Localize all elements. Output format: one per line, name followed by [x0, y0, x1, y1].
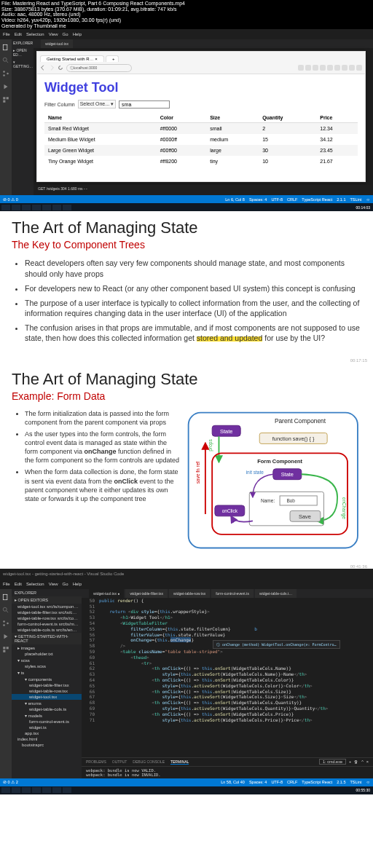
tree-item[interactable]: bootstraprc	[12, 742, 82, 748]
svg-text:Bob: Bob	[287, 498, 296, 503]
tree-item[interactable]: ▾ scss	[12, 657, 82, 663]
timestamp: 00:14:03	[356, 205, 372, 210]
svg-marker-38	[4, 634, 8, 639]
open-editor-item[interactable]: widget-table-filter.tsx src/ts/comp...	[12, 609, 82, 615]
timestamp: 00:55:30	[356, 788, 372, 792]
col-size[interactable]: Size	[206, 113, 259, 123]
tree-item[interactable]: placeholder.txt	[12, 651, 82, 657]
bullet: React developers often say very few comp…	[25, 258, 361, 278]
table-row: Medium Blue Widget#0000ffmedium1534.12	[44, 134, 358, 145]
address-bar[interactable]: ⓘ localhost:3000	[66, 64, 132, 72]
tree-item[interactable]: widget-table-filter.tsx	[12, 682, 82, 688]
svg-point-1	[3, 58, 7, 62]
widget-table: Name Color Size Quantity Price Small Red…	[44, 113, 358, 167]
debug-icon[interactable]	[2, 633, 9, 640]
debug-console-tab[interactable]: DEBUG CONSOLE	[133, 760, 165, 764]
svg-line-2	[7, 61, 9, 63]
start-button[interactable]	[1, 205, 10, 210]
editor-tab[interactable]: widget-table-filter.tsx	[125, 589, 168, 598]
reload-icon[interactable]	[58, 65, 63, 71]
menu-icon[interactable]	[356, 65, 362, 71]
browser-tab[interactable]: Getting Started with R… ×	[40, 55, 104, 62]
svg-text:save fn ref: save fn ref	[196, 461, 201, 484]
toolbar-icon[interactable]	[342, 65, 348, 71]
search-icon[interactable]	[2, 57, 9, 64]
open-editor-item[interactable]: widget-tool.tsx src/ts/components	[12, 604, 82, 609]
editor-tab[interactable]: widget-table-cols.t…	[255, 589, 297, 598]
extensions-icon[interactable]	[2, 646, 9, 653]
tree-item[interactable]: widget-table-cols.ts	[12, 706, 82, 712]
status-bar: ⊘ 0 ⚠ 2 Ln 58, Col 40Spaces: 4UTF-8CRLFT…	[0, 778, 373, 786]
tree-item[interactable]: widget.ts	[12, 725, 82, 730]
plus-icon[interactable]: +	[349, 760, 351, 764]
forward-icon[interactable]	[49, 65, 55, 71]
git-icon[interactable]	[2, 70, 9, 77]
editor-tab[interactable]: widget-tool.tsx ●	[89, 589, 124, 598]
close-icon[interactable]: ×	[366, 760, 369, 764]
code-editor[interactable]: 50public render() {5152 return <div styl…	[82, 598, 373, 757]
svg-point-5	[7, 73, 9, 75]
toolbar-icon[interactable]	[320, 65, 326, 71]
slide-2: The Art of Managing State Example: Form …	[0, 363, 373, 564]
bullet: As the user types into the form controls…	[25, 430, 179, 465]
taskbar: 00:14:03	[0, 203, 373, 211]
extensions-icon[interactable]	[2, 96, 9, 103]
files-icon[interactable]	[2, 44, 9, 51]
open-editor-item[interactable]: widget-table-row.tsx src/ts/compon...	[12, 615, 82, 621]
search-icon[interactable]	[2, 607, 9, 614]
editor-tab[interactable]: widget-tool.tsx	[41, 39, 73, 48]
bullet: The confusion arises in that props are i…	[25, 323, 361, 343]
editor-tabs: widget-tool.tsx ●widget-table-filter.tsx…	[82, 589, 373, 598]
filter-input[interactable]	[119, 100, 170, 108]
media-info-overlay: File: Mastering React and TypeScript, Pa…	[0, 0, 373, 29]
svg-text:function save() { }: function save() { }	[272, 435, 315, 441]
terminal-tab[interactable]: TERMINAL	[170, 760, 189, 765]
toolbar-icon[interactable]	[327, 65, 333, 71]
toolbar-icon[interactable]	[349, 65, 355, 71]
editor-tab[interactable]: form-control-event.ts	[211, 589, 254, 598]
open-editor-item[interactable]: widget-table-cols.ts src/ts/enums	[12, 627, 82, 633]
chevron-up-icon[interactable]: ^	[361, 760, 364, 764]
tree-item[interactable]: index.html	[12, 736, 82, 742]
tree-item[interactable]: widget-table-row.tsx	[12, 688, 82, 694]
new-tab-button[interactable]: +	[106, 55, 119, 62]
editor-tab[interactable]: widget-table-row.tsx	[169, 589, 210, 598]
svg-text:Parent Component: Parent Component	[275, 417, 326, 424]
slide-1: The Art of Managing State The Key to Com…	[0, 211, 373, 358]
tree-item[interactable]: form-control-event.ts	[12, 719, 82, 725]
terminal-select[interactable]: 1: cmd.exe	[319, 759, 346, 765]
toolbar-icon[interactable]	[334, 65, 340, 71]
col-color[interactable]: Color	[157, 113, 206, 123]
toolbar-icon[interactable]	[298, 65, 304, 71]
tree-item[interactable]: ▸ images	[12, 644, 82, 651]
svg-point-35	[3, 620, 5, 623]
tree-item[interactable]: ▾ components	[12, 676, 82, 682]
open-editor-item[interactable]: form-control-event.ts src/ts/models	[12, 621, 82, 627]
toolbar-icon[interactable]	[305, 65, 311, 71]
col-name[interactable]: Name	[44, 113, 157, 123]
git-icon[interactable]	[2, 620, 9, 627]
start-button[interactable]	[1, 787, 10, 793]
svg-text:onClick: onClick	[222, 508, 238, 513]
toolbar-icon[interactable]	[313, 65, 318, 71]
files-icon[interactable]	[2, 593, 9, 601]
output-tab[interactable]: OUTPUT	[112, 760, 127, 764]
col-price[interactable]: Price	[316, 113, 358, 123]
svg-text:State: State	[220, 427, 232, 434]
back-icon[interactable]	[40, 65, 46, 71]
tree-item[interactable]: styles.scss	[12, 663, 82, 669]
tree-item[interactable]: ▾ models	[12, 712, 82, 719]
tree-item[interactable]: ▾ ts	[12, 669, 82, 676]
tree-item[interactable]: ▾ enums	[12, 700, 82, 706]
debug-icon[interactable]	[2, 83, 9, 90]
component-diagram: Parent Component State function save() {…	[185, 409, 361, 554]
trash-icon[interactable]: 🗑	[354, 760, 358, 764]
problems-tab[interactable]: PROBLEMS	[86, 760, 106, 764]
tree-item[interactable]: app.tsx	[12, 730, 82, 736]
svg-rect-32	[3, 594, 7, 600]
svg-text:props: props	[208, 438, 214, 451]
tree-item[interactable]: widget-tool.tsx	[12, 694, 82, 700]
svg-rect-8	[7, 98, 9, 100]
col-qty[interactable]: Quantity	[259, 113, 316, 123]
filter-column-select[interactable]: Select One... ▾	[78, 100, 116, 108]
